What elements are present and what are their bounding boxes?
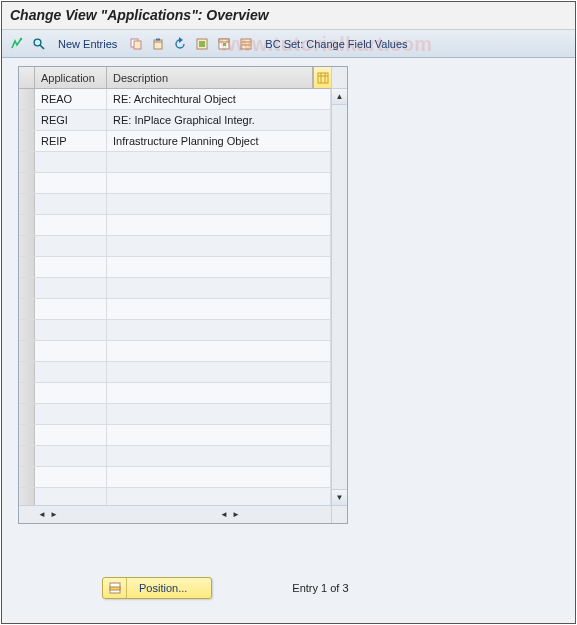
row-selector[interactable] <box>19 299 35 319</box>
cell-application[interactable] <box>35 320 107 340</box>
cell-description[interactable] <box>107 488 331 505</box>
table-row <box>19 152 331 173</box>
cell-application[interactable]: REAO <box>35 89 107 109</box>
row-selector[interactable] <box>19 446 35 466</box>
cell-description[interactable] <box>107 362 331 382</box>
horizontal-scrollbar[interactable]: ◄ ► ◄ ► <box>19 505 331 523</box>
page-title: Change View "Applications": Overview <box>2 2 575 30</box>
select-block-icon[interactable] <box>215 35 233 53</box>
cell-application[interactable] <box>35 173 107 193</box>
cell-description[interactable] <box>107 257 331 277</box>
row-selector[interactable] <box>19 236 35 256</box>
cell-application[interactable] <box>35 257 107 277</box>
cell-application[interactable] <box>35 446 107 466</box>
column-header-description[interactable]: Description <box>107 67 313 88</box>
row-selector[interactable] <box>19 488 35 505</box>
table-row <box>19 278 331 299</box>
cell-description[interactable] <box>107 152 331 172</box>
row-selector[interactable] <box>19 404 35 424</box>
row-selector[interactable] <box>19 152 35 172</box>
cell-description[interactable] <box>107 278 331 298</box>
scroll-right-icon[interactable]: ► <box>49 510 59 520</box>
position-button[interactable]: Position... <box>102 577 212 599</box>
cell-application[interactable] <box>35 236 107 256</box>
cell-description[interactable] <box>107 425 331 445</box>
find-icon[interactable] <box>30 35 48 53</box>
cell-application[interactable] <box>35 152 107 172</box>
svg-rect-17 <box>318 73 328 83</box>
row-selector[interactable] <box>19 173 35 193</box>
cell-application[interactable] <box>35 215 107 235</box>
cell-application[interactable]: REIP <box>35 131 107 151</box>
cell-description[interactable] <box>107 446 331 466</box>
row-selector[interactable] <box>19 131 35 151</box>
cell-application[interactable] <box>35 341 107 361</box>
new-entries-button[interactable]: New Entries <box>52 35 123 53</box>
cell-description[interactable] <box>107 236 331 256</box>
cell-description[interactable] <box>107 173 331 193</box>
cell-application[interactable] <box>35 467 107 487</box>
table-row <box>19 194 331 215</box>
row-selector[interactable] <box>19 425 35 445</box>
cell-description[interactable] <box>107 341 331 361</box>
scroll-right-end-icon[interactable]: ► <box>231 510 241 520</box>
copy-as-icon[interactable] <box>127 35 145 53</box>
row-selector-header[interactable] <box>19 67 35 88</box>
table-row <box>19 215 331 236</box>
deselect-all-icon[interactable] <box>237 35 255 53</box>
row-selector[interactable] <box>19 89 35 109</box>
row-selector[interactable] <box>19 215 35 235</box>
cell-description[interactable] <box>107 404 331 424</box>
row-selector[interactable] <box>19 320 35 340</box>
cell-description[interactable]: Infrastructure Planning Object <box>107 131 331 151</box>
scroll-down-icon[interactable]: ▼ <box>332 489 347 505</box>
bc-set-button[interactable]: BC Set: Change Field Values <box>259 35 413 53</box>
table-row <box>19 425 331 446</box>
cell-application[interactable] <box>35 425 107 445</box>
table-row: REGIRE: InPlace Graphical Integr. <box>19 110 331 131</box>
cell-application[interactable] <box>35 488 107 505</box>
table-row: REAORE: Architechtural Object <box>19 89 331 110</box>
cell-application[interactable] <box>35 362 107 382</box>
row-selector[interactable] <box>19 383 35 403</box>
cell-application[interactable] <box>35 278 107 298</box>
row-selector[interactable] <box>19 362 35 382</box>
cell-description[interactable] <box>107 467 331 487</box>
row-selector[interactable] <box>19 278 35 298</box>
cell-application[interactable] <box>35 299 107 319</box>
column-header-application[interactable]: Application <box>35 67 107 88</box>
scroll-left-icon[interactable]: ◄ <box>37 510 47 520</box>
svg-rect-13 <box>223 43 226 46</box>
table-settings-icon[interactable] <box>313 67 331 88</box>
row-selector[interactable] <box>19 341 35 361</box>
cell-description[interactable] <box>107 215 331 235</box>
cell-application[interactable] <box>35 383 107 403</box>
svg-rect-5 <box>154 40 162 49</box>
row-selector[interactable] <box>19 467 35 487</box>
cell-application[interactable] <box>35 194 107 214</box>
row-selector[interactable] <box>19 194 35 214</box>
cell-application[interactable]: REGI <box>35 110 107 130</box>
scroll-left-end-icon[interactable]: ◄ <box>219 510 229 520</box>
row-selector[interactable] <box>19 110 35 130</box>
vertical-scrollbar[interactable]: ▲ ▼ <box>331 67 347 523</box>
grid-header: Application Description <box>19 67 331 89</box>
cell-description[interactable] <box>107 383 331 403</box>
position-label: Position... <box>127 582 211 594</box>
cell-description[interactable] <box>107 299 331 319</box>
table-row <box>19 446 331 467</box>
undo-icon[interactable] <box>171 35 189 53</box>
cell-application[interactable] <box>35 404 107 424</box>
table-row <box>19 257 331 278</box>
cell-description[interactable]: RE: InPlace Graphical Integr. <box>107 110 331 130</box>
cell-description[interactable]: RE: Architechtural Object <box>107 89 331 109</box>
applications-grid: Application Description REAORE: Architec… <box>18 66 348 524</box>
scroll-up-icon[interactable]: ▲ <box>332 89 347 105</box>
table-row <box>19 467 331 488</box>
row-selector[interactable] <box>19 257 35 277</box>
delete-icon[interactable] <box>149 35 167 53</box>
cell-description[interactable] <box>107 194 331 214</box>
select-all-icon[interactable] <box>193 35 211 53</box>
cell-description[interactable] <box>107 320 331 340</box>
other-view-icon[interactable] <box>8 35 26 53</box>
